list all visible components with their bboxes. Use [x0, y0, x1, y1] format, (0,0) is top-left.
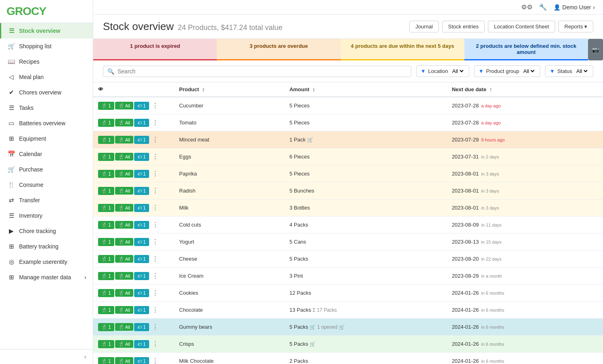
- banner-min-stock[interactable]: 2 products are below defined min. stock …: [464, 39, 588, 60]
- tool-icon[interactable]: 🔧: [539, 3, 547, 11]
- more-options-btn[interactable]: ⋮: [150, 254, 160, 264]
- open-btn[interactable]: 🏷1: [134, 187, 149, 195]
- consume-all-btn[interactable]: 🍴All: [115, 357, 133, 364]
- open-btn[interactable]: 🏷1: [134, 102, 149, 110]
- consume-all-btn[interactable]: 🍴All: [115, 255, 133, 263]
- open-btn[interactable]: 🏷1: [134, 204, 149, 212]
- more-options-btn[interactable]: ⋮: [150, 339, 160, 349]
- open-btn[interactable]: 🏷1: [134, 136, 149, 144]
- more-options-btn[interactable]: ⋮: [150, 322, 160, 332]
- open-btn[interactable]: 🏷1: [134, 357, 149, 364]
- more-options-btn[interactable]: ⋮: [150, 101, 160, 111]
- col-due-date[interactable]: Next due date ↑: [447, 82, 603, 97]
- consume-btn[interactable]: 🍴1: [98, 272, 114, 280]
- stock-entries-button[interactable]: Stock entries: [442, 21, 485, 32]
- camera-button[interactable]: 📷: [588, 39, 603, 60]
- consume-all-btn[interactable]: 🍴All: [115, 153, 133, 161]
- consume-btn[interactable]: 🍴1: [98, 153, 114, 161]
- consume-all-btn[interactable]: 🍴All: [115, 221, 133, 229]
- sidebar-item-tasks[interactable]: ☰Tasks: [0, 100, 93, 116]
- more-options-btn[interactable]: ⋮: [150, 203, 160, 213]
- sidebar-item-manage-master-data[interactable]: ⊞Manage master data›: [0, 270, 93, 285]
- open-btn[interactable]: 🏷1: [134, 289, 149, 297]
- sidebar-item-batteries-overview[interactable]: ▭Batteries overview: [0, 116, 93, 131]
- open-btn[interactable]: 🏷1: [134, 170, 149, 178]
- consume-btn[interactable]: 🍴1: [98, 357, 114, 364]
- sidebar-item-chore-tracking[interactable]: ▶Chore tracking: [0, 223, 93, 239]
- more-options-btn[interactable]: ⋮: [150, 186, 160, 196]
- more-options-btn[interactable]: ⋮: [150, 237, 160, 247]
- sidebar-item-stock-overview[interactable]: ☰Stock overview: [0, 23, 93, 39]
- consume-all-btn[interactable]: 🍴All: [115, 306, 133, 314]
- consume-all-btn[interactable]: 🍴All: [115, 238, 133, 246]
- consume-all-btn[interactable]: 🍴All: [115, 323, 133, 331]
- more-options-btn[interactable]: ⋮: [150, 356, 160, 364]
- col-product[interactable]: Product ↕: [174, 82, 284, 97]
- col-amount[interactable]: Amount ↕: [284, 82, 447, 97]
- consume-btn[interactable]: 🍴1: [98, 238, 114, 246]
- consume-btn[interactable]: 🍴1: [98, 119, 114, 127]
- location-content-sheet-button[interactable]: Location Content Sheet: [488, 21, 555, 32]
- consume-all-btn[interactable]: 🍴All: [115, 136, 133, 143]
- consume-btn[interactable]: 🍴1: [98, 306, 114, 314]
- consume-btn[interactable]: 🍴1: [98, 204, 114, 212]
- more-options-btn[interactable]: ⋮: [150, 135, 160, 145]
- sidebar-item-inventory[interactable]: ☰Inventory: [0, 208, 93, 223]
- sidebar-item-purchase[interactable]: 🛒Purchase: [0, 162, 93, 177]
- open-btn[interactable]: 🏷1: [134, 119, 149, 127]
- settings-icon[interactable]: ⚙⚙: [521, 3, 532, 11]
- sidebar-item-example-userentity[interactable]: ◎Example userentity: [0, 254, 93, 270]
- consume-all-btn[interactable]: 🍴All: [115, 187, 133, 195]
- banner-due-soon[interactable]: 4 products are due within the next 5 day…: [341, 39, 464, 60]
- sidebar-item-calendar[interactable]: 📅Calendar: [0, 146, 93, 162]
- consume-btn[interactable]: 🍴1: [98, 187, 114, 195]
- sidebar-item-shopping-list[interactable]: 🛒Shopping list: [0, 39, 93, 54]
- more-options-btn[interactable]: ⋮: [150, 169, 160, 179]
- journal-button[interactable]: Journal: [409, 21, 439, 32]
- location-select[interactable]: All: [451, 68, 465, 75]
- banner-expired[interactable]: 1 product is expired: [93, 39, 217, 60]
- sidebar-item-transfer[interactable]: ⇄Transfer: [0, 193, 93, 208]
- consume-btn[interactable]: 🍴1: [98, 323, 114, 331]
- sidebar-item-meal-plan[interactable]: ◁Meal plan: [0, 69, 93, 85]
- sidebar-item-consume[interactable]: 🍴Consume: [0, 177, 93, 193]
- more-options-btn[interactable]: ⋮: [150, 288, 160, 298]
- consume-all-btn[interactable]: 🍴All: [115, 272, 133, 280]
- sidebar-toggle[interactable]: ‹: [0, 349, 93, 364]
- consume-btn[interactable]: 🍴1: [98, 221, 114, 229]
- sidebar-item-equipment[interactable]: ⊞Equipment: [0, 131, 93, 146]
- consume-btn[interactable]: 🍴1: [98, 170, 114, 178]
- open-btn[interactable]: 🏷1: [134, 340, 149, 348]
- consume-btn[interactable]: 🍴1: [98, 340, 114, 348]
- status-select[interactable]: All: [575, 68, 589, 75]
- sidebar-item-recipes[interactable]: 📖Recipes: [0, 54, 93, 69]
- consume-btn[interactable]: 🍴1: [98, 255, 114, 263]
- open-btn[interactable]: 🏷1: [134, 323, 149, 331]
- open-btn[interactable]: 🏷1: [134, 238, 149, 246]
- open-btn[interactable]: 🏷1: [134, 221, 149, 229]
- consume-all-btn[interactable]: 🍴All: [115, 102, 133, 109]
- consume-btn[interactable]: 🍴1: [98, 136, 114, 144]
- more-options-btn[interactable]: ⋮: [150, 220, 160, 230]
- reports-button[interactable]: Reports ▾: [558, 21, 593, 32]
- product-group-select[interactable]: All: [522, 68, 536, 75]
- banner-overdue[interactable]: 3 products are overdue: [217, 39, 340, 60]
- open-btn[interactable]: 🏷1: [134, 255, 149, 263]
- open-btn[interactable]: 🏷1: [134, 153, 149, 161]
- consume-all-btn[interactable]: 🍴All: [115, 204, 133, 212]
- sidebar-item-chores-overview[interactable]: ✔Chores overview: [0, 85, 93, 100]
- consume-btn[interactable]: 🍴1: [98, 102, 114, 110]
- more-options-btn[interactable]: ⋮: [150, 305, 160, 315]
- open-btn[interactable]: 🏷1: [134, 272, 149, 280]
- open-btn[interactable]: 🏷1: [134, 306, 149, 314]
- consume-all-btn[interactable]: 🍴All: [115, 119, 133, 126]
- more-options-btn[interactable]: ⋮: [150, 271, 160, 281]
- consume-all-btn[interactable]: 🍴All: [115, 340, 133, 348]
- more-options-btn[interactable]: ⋮: [150, 118, 160, 128]
- sidebar-item-battery-tracking[interactable]: ⊞Battery tracking: [0, 239, 93, 254]
- search-input[interactable]: [118, 68, 407, 75]
- consume-all-btn[interactable]: 🍴All: [115, 170, 133, 178]
- more-options-btn[interactable]: ⋮: [150, 152, 160, 162]
- consume-all-btn[interactable]: 🍴All: [115, 289, 133, 297]
- consume-btn[interactable]: 🍴1: [98, 289, 114, 297]
